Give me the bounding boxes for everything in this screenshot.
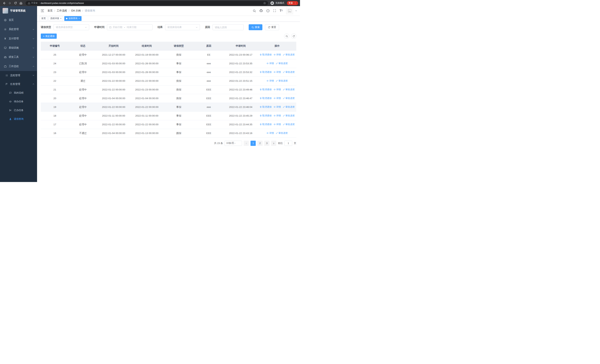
eye-icon bbox=[273, 71, 276, 73]
col-end-time: 结束时间 bbox=[130, 42, 163, 50]
sidebar-item-leave-query[interactable]: 请假查询 bbox=[0, 114, 37, 123]
cell-reason: EEE bbox=[194, 94, 224, 103]
detail-link[interactable]: 详情 bbox=[266, 62, 274, 65]
caret-down-icon[interactable] bbox=[295, 10, 297, 12]
sidebar-item-home[interactable]: 首页 bbox=[0, 15, 37, 25]
cancel-leave-link[interactable]: 取消请假 bbox=[260, 123, 272, 126]
chevron-down-icon bbox=[85, 26, 87, 28]
browser-update-button[interactable]: 更新 ⋮ bbox=[287, 1, 298, 5]
next-page-button[interactable]: › bbox=[271, 141, 276, 146]
approval-progress-link[interactable]: 审批进度 bbox=[283, 105, 295, 109]
close-tab-icon[interactable]: × bbox=[60, 18, 62, 19]
reason-input[interactable] bbox=[213, 24, 244, 30]
approval-progress-link[interactable]: 审批进度 bbox=[283, 97, 295, 100]
create-leave-button[interactable]: + 发起请假 bbox=[41, 34, 57, 39]
sidebar-item-system-mgmt[interactable]: 系统管理 bbox=[0, 25, 37, 34]
approval-progress-link[interactable]: 审批进度 bbox=[276, 79, 288, 83]
toggle-search-button[interactable] bbox=[284, 34, 289, 39]
approval-progress-link[interactable]: 审批进度 bbox=[283, 71, 295, 74]
cancel-leave-link[interactable]: 取消请假 bbox=[260, 88, 272, 91]
chevron-down-icon bbox=[32, 38, 35, 40]
sidebar-item-todo-tasks[interactable]: 待办任务 bbox=[0, 97, 37, 106]
app-logo[interactable]: 芋道管理系统 bbox=[0, 6, 37, 15]
detail-link[interactable]: 详情 bbox=[273, 123, 281, 126]
approval-progress-link[interactable]: 审批进度 bbox=[276, 62, 288, 65]
security-warning[interactable]: 不安全 bbox=[28, 1, 38, 5]
prev-page-button[interactable]: ‹ bbox=[244, 141, 249, 146]
sidebar-item-task-mgmt[interactable]: 任务管理 bbox=[0, 80, 37, 88]
detail-link[interactable]: 详情 bbox=[273, 71, 281, 74]
leave-type-select[interactable]: 请选择请假类型 bbox=[54, 24, 89, 30]
breadcrumb-item[interactable]: 首页 bbox=[47, 9, 53, 12]
sidebar-item-infrastructure[interactable]: 基础设施 bbox=[0, 43, 37, 52]
sidebar-item-dev-tools[interactable]: 研发工具 bbox=[0, 52, 37, 62]
cancel-leave-link[interactable]: 取消请假 bbox=[260, 71, 272, 74]
breadcrumb-item[interactable]: OA 示例 bbox=[71, 9, 81, 12]
approval-progress-link[interactable]: 审批进度 bbox=[283, 88, 295, 91]
sidebar-item-label: 已办任务 bbox=[14, 109, 24, 112]
page-size-value: 10条/页 bbox=[226, 142, 234, 145]
address-bar[interactable]: 不安全 dashboard.yudao.iocoder.cn/bpm/oa/le… bbox=[26, 1, 268, 5]
cancel-leave-link[interactable]: 取消请假 bbox=[260, 97, 272, 100]
breadcrumb-item[interactable]: 工作流程 bbox=[57, 9, 67, 12]
close-tab-icon[interactable]: × bbox=[78, 18, 80, 19]
sidebar-toggle-button[interactable] bbox=[40, 9, 45, 13]
approval-progress-link[interactable]: 审批进度 bbox=[283, 123, 295, 126]
reset-button[interactable]: 重置 bbox=[265, 24, 279, 30]
sidebar-item-done-tasks[interactable]: 已办任务 bbox=[0, 106, 37, 114]
cancel-leave-link[interactable]: 取消请假 bbox=[260, 105, 272, 109]
approval-progress-link[interactable]: 审批进度 bbox=[283, 53, 295, 56]
chevron-down-icon bbox=[32, 47, 35, 49]
page-size-select[interactable]: 10条/页 bbox=[225, 141, 242, 146]
detail-link[interactable]: 详情 bbox=[273, 88, 281, 91]
bookmark-star-icon[interactable] bbox=[263, 2, 266, 4]
page-button-2[interactable]: 2 bbox=[257, 141, 262, 146]
font-size-icon[interactable]: TT bbox=[280, 9, 282, 12]
cell-apply-time: 2022-01-22 23:51:15 bbox=[224, 76, 258, 85]
apply-time-range-picker[interactable]: 开始日期 - 结束日期 bbox=[107, 24, 152, 30]
sidebar-item-workflow[interactable]: 工作流程 bbox=[0, 62, 37, 71]
url-text: dashboard.yudao.iocoder.cn/bpm/oa/leave bbox=[41, 2, 262, 4]
active-tab-dot bbox=[66, 18, 67, 19]
cancel-leave-link[interactable]: 取消请假 bbox=[260, 53, 272, 56]
cell-actions: 详情审批进度 bbox=[258, 76, 296, 85]
detail-link[interactable]: 详情 bbox=[273, 53, 281, 56]
browser-forward-button[interactable] bbox=[7, 1, 12, 6]
detail-link[interactable]: 详情 bbox=[273, 114, 281, 117]
refresh-table-button[interactable] bbox=[291, 34, 296, 39]
github-icon[interactable] bbox=[259, 9, 263, 12]
goto-page-input[interactable] bbox=[284, 141, 292, 146]
cell-leave-type: 婚假 bbox=[163, 129, 194, 138]
fullscreen-icon[interactable] bbox=[273, 9, 276, 12]
user-avatar[interactable] bbox=[286, 7, 293, 14]
detail-link[interactable]: 详情 bbox=[266, 79, 274, 83]
browser-menu-icon[interactable]: ⋮ bbox=[294, 2, 297, 4]
sidebar-item-my-process[interactable]: 我的流程 bbox=[0, 88, 37, 97]
help-icon[interactable]: ? bbox=[266, 9, 270, 12]
page-button-1[interactable]: 1 bbox=[251, 141, 256, 146]
cell-actions: 取消请假详情审批进度 bbox=[258, 94, 296, 103]
sidebar-item-process-mgmt[interactable]: 流程管理 bbox=[0, 71, 37, 80]
table-row: 23处理中2022-01-03 00:00:002022-01-26 00:00… bbox=[41, 68, 296, 76]
browser-home-button[interactable] bbox=[19, 1, 23, 6]
detail-link[interactable]: 详情 bbox=[266, 131, 274, 135]
cancel-leave-link[interactable]: 取消请假 bbox=[260, 114, 272, 117]
detail-link[interactable]: 详情 bbox=[273, 105, 281, 109]
approval-progress-link[interactable]: 审批进度 bbox=[276, 131, 288, 135]
tab-leave-query[interactable]: 请假查询 × bbox=[64, 16, 81, 21]
sidebar-item-payment-mgmt[interactable]: ¥ 支付管理 bbox=[0, 34, 37, 43]
result-select[interactable]: 请选择流结果 bbox=[165, 24, 200, 30]
page-button-3[interactable]: 3 bbox=[264, 141, 269, 146]
tab-home[interactable]: 首页 bbox=[40, 16, 47, 21]
browser-refresh-button[interactable] bbox=[13, 1, 18, 6]
approval-progress-link[interactable]: 审批进度 bbox=[283, 114, 295, 117]
search-icon[interactable] bbox=[253, 9, 256, 12]
detail-link[interactable]: 详情 bbox=[273, 97, 281, 100]
trash-icon bbox=[260, 123, 262, 125]
trash-icon bbox=[260, 54, 262, 56]
eye-icon bbox=[9, 100, 12, 103]
briefcase-icon bbox=[4, 65, 7, 68]
tab-process-detail[interactable]: 流程详情 × bbox=[48, 16, 63, 21]
browser-back-button[interactable] bbox=[2, 1, 7, 6]
search-button[interactable]: 搜索 bbox=[249, 24, 262, 30]
